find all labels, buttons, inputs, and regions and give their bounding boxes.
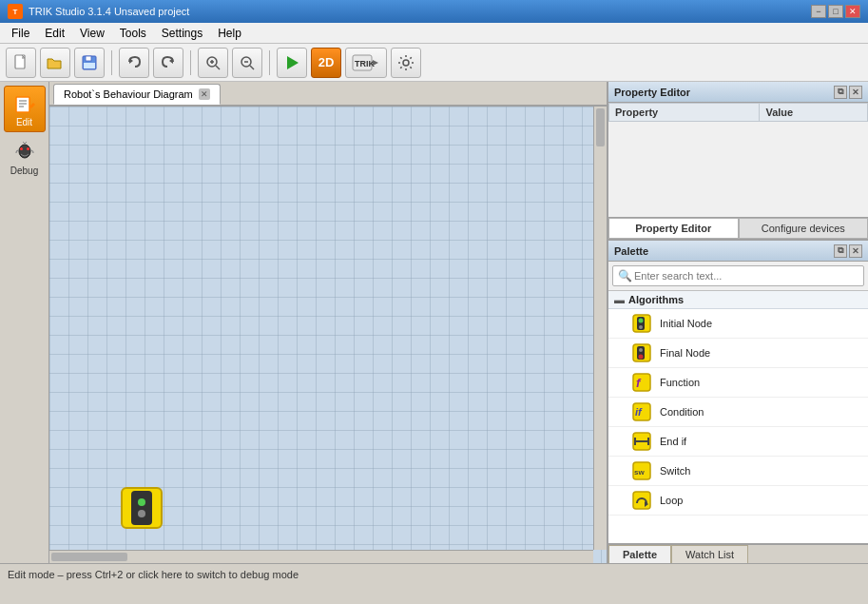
condition-icon: if [631,401,652,422]
scroll-thumb-v[interactable] [596,108,605,146]
run-button[interactable] [277,48,307,78]
property-editor-panel: Property Editor ⧉ ✕ Property Value [608,82,868,241]
content-area: Robot`s Behaviour Diagram ✕ [49,82,607,563]
main-layout: Edit Debug Robot`s Behaviour Diagram ✕ [0,82,868,563]
palette-item-initial-node[interactable]: Initial Node [608,309,868,339]
svg-line-9 [216,66,220,69]
palette-tree: ▬ Algorithms Initial Node Final Node [608,291,868,543]
svg-point-34 [639,348,643,352]
window-title: TRIK Studio 3.1.4 Unsaved project [29,6,189,17]
settings-wrench-button[interactable] [391,48,421,78]
minimize-button[interactable]: − [811,5,826,18]
final-node-label: Final Node [660,347,710,359]
edit-tool[interactable]: Edit [4,86,46,132]
maximize-button[interactable]: □ [828,5,843,18]
svg-marker-16 [373,60,378,66]
menu-bar: File Edit View Tools Settings Help [0,23,868,44]
toolbar-sep-1 [111,50,112,75]
status-bar-text: Edit mode – press Ctrl+2 or click here t… [8,569,299,580]
loop-icon [631,490,652,511]
palette-title: Palette [614,245,648,257]
scroll-thumb-h[interactable] [51,553,127,561]
close-window-button[interactable]: ✕ [845,5,860,18]
menu-edit[interactable]: Edit [37,25,72,42]
property-table: Property Value [608,103,868,122]
palette-item-switch[interactable]: sw Switch [608,457,868,486]
final-node-icon [631,342,652,363]
algorithms-toggle: ▬ [614,294,625,305]
palette-tab-palette[interactable]: Palette [608,545,671,563]
palette-title-bar: Palette ⧉ ✕ [608,241,868,262]
zoom-in-button[interactable] [198,48,228,78]
tab-configure-devices[interactable]: Configure devices [739,218,869,239]
title-bar: T TRIK Studio 3.1.4 Unsaved project − □ … [0,0,868,23]
initial-node-label: Initial Node [660,318,712,329]
palette-item-end-if[interactable]: End if [608,427,868,457]
2d-label: 2D [318,55,335,69]
svg-point-24 [20,147,23,150]
status-bar[interactable]: Edit mode – press Ctrl+2 or click here t… [0,563,868,584]
function-icon: f [631,372,652,393]
menu-help[interactable]: Help [210,25,249,42]
robot-behaviour-tab[interactable]: Robot`s Behaviour Diagram ✕ [53,84,221,105]
property-editor-title-bar: Property Editor ⧉ ✕ [608,82,868,103]
trik-button[interactable]: TRIK [345,48,387,78]
menu-file[interactable]: File [4,25,37,42]
menu-settings[interactable]: Settings [154,25,210,42]
property-col-header: Property [609,104,760,122]
switch-label: Switch [660,465,690,477]
canvas-scrollbar-vertical[interactable] [593,107,607,550]
tab-property-editor[interactable]: Property Editor [608,218,739,239]
canvas-area[interactable] [49,107,607,563]
palette-close-button[interactable]: ✕ [849,244,862,258]
svg-point-31 [639,325,643,329]
2d-mode-button[interactable]: 2D [311,48,341,78]
svg-line-27 [25,142,27,144]
svg-marker-13 [287,56,299,69]
redo-button[interactable] [153,48,183,78]
svg-point-30 [639,319,644,323]
tab-close-button[interactable]: ✕ [199,88,210,100]
value-col-header: Value [760,104,868,122]
initial-node-canvas[interactable] [121,487,163,529]
palette-item-function[interactable]: f Function [608,368,868,398]
node-dot-bottom [138,510,145,517]
debug-tool-label: Debug [10,166,38,176]
switch-icon: sw [631,460,652,481]
edit-tool-label: Edit [16,117,32,127]
palette-tab-watch-list[interactable]: Watch List [671,545,748,563]
algorithms-label: Algorithms [628,294,684,305]
svg-marker-22 [29,103,35,108]
save-button[interactable] [74,48,105,78]
debug-tool[interactable]: Debug [4,134,46,181]
palette-float-button[interactable]: ⧉ [834,244,847,258]
svg-rect-18 [16,97,29,112]
condition-label: Condition [660,406,704,418]
node-body [131,491,152,525]
svg-text:TRIK: TRIK [355,59,375,68]
open-button[interactable] [40,48,70,78]
palette-search-input[interactable] [612,265,864,286]
palette-section-algorithms[interactable]: ▬ Algorithms [608,291,868,309]
canvas-scrollbar-horizontal[interactable] [49,550,593,563]
node-dot-top [138,498,145,506]
menu-view[interactable]: View [72,25,112,42]
undo-button[interactable] [119,48,149,78]
property-editor-close-button[interactable]: ✕ [849,86,862,99]
palette-item-condition[interactable]: if Condition [608,398,868,427]
new-file-button[interactable] [6,48,36,78]
palette-bottom-tabs: Palette Watch List [608,543,868,563]
property-editor-float-button[interactable]: ⧉ [834,86,847,99]
zoom-out-button[interactable] [232,48,262,78]
palette-item-loop[interactable]: Loop [608,486,868,516]
title-bar-left: T TRIK Studio 3.1.4 Unsaved project [8,4,189,19]
palette-search-area: 🔍 [608,262,868,291]
palette-item-final-node[interactable]: Final Node [608,339,868,368]
property-editor-title: Property Editor [614,87,690,98]
initial-node-icon [631,313,652,334]
palette-title-buttons: ⧉ ✕ [834,244,862,258]
search-icon-wrap: 🔍 [612,265,864,286]
menu-tools[interactable]: Tools [112,25,154,42]
app-icon: T [8,4,23,19]
svg-text:sw: sw [634,468,645,477]
